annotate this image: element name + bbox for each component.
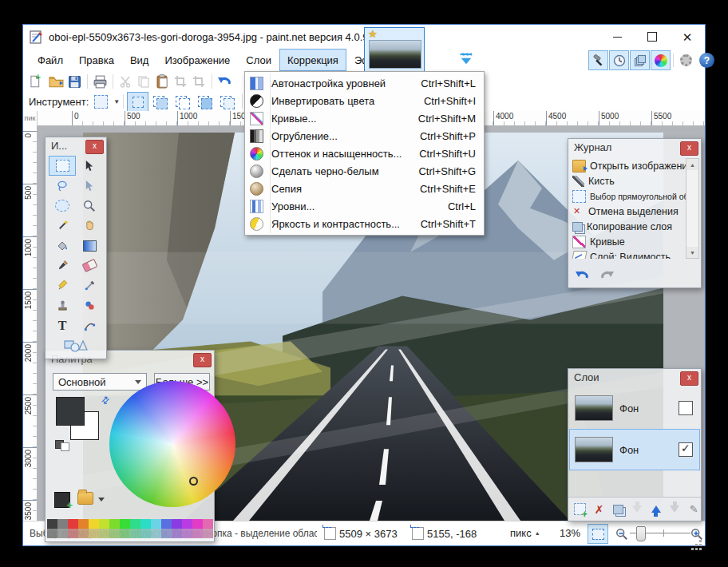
duplicate-layer-button[interactable]	[611, 502, 625, 517]
palette-swatch[interactable]	[47, 529, 57, 538]
palette-swatch[interactable]	[130, 529, 140, 538]
paste-button[interactable]	[153, 73, 171, 90]
palette-swatch[interactable]	[47, 519, 57, 529]
layer-properties-button[interactable]: ✎	[686, 502, 701, 517]
palette-swatch[interactable]	[68, 519, 78, 529]
menu-item[interactable]: Вид	[122, 49, 157, 71]
palette-swatch[interactable]	[151, 529, 161, 538]
history-item[interactable]: Копирование слоя	[571, 219, 686, 234]
zoom-out-button[interactable]	[611, 524, 632, 544]
adjustments-menu-item[interactable]: Огрубление... Ctrl+Shift+P	[245, 127, 484, 145]
tool-line-curve[interactable]	[76, 315, 103, 335]
palette-swatch[interactable]	[192, 519, 203, 529]
palette-swatch[interactable]	[99, 519, 109, 529]
zoom-to-fit-button[interactable]	[588, 524, 608, 544]
copy-button[interactable]	[135, 73, 152, 90]
palette-swatch[interactable]	[78, 519, 89, 529]
colors-panel-close-button[interactable]: x	[193, 353, 212, 367]
color-mode-dropdown[interactable]: Основной	[53, 373, 147, 391]
history-window-toggle[interactable]	[609, 50, 629, 70]
palette-swatch[interactable]	[57, 529, 68, 538]
adjustments-menu-item[interactable]: Инвертировать цвета Ctrl+Shift+I	[245, 92, 484, 109]
history-scrollbar[interactable]: ▲ ▼	[686, 158, 699, 259]
palette-swatch[interactable]	[89, 519, 99, 529]
add-color-button[interactable]: +	[54, 492, 70, 508]
palette-swatch[interactable]	[120, 529, 130, 538]
selection-mode-intersect[interactable]	[194, 92, 216, 112]
layers-window-toggle[interactable]	[630, 50, 650, 70]
history-item[interactable]: Слой: Видимость	[571, 249, 686, 259]
open-file-button[interactable]	[47, 73, 65, 90]
palettes-folder-button[interactable]	[77, 492, 93, 505]
tool-magic-wand[interactable]	[49, 216, 76, 236]
layer-row[interactable]: Фон	[569, 429, 700, 470]
palette-swatch[interactable]	[99, 529, 109, 538]
scroll-down-icon[interactable]: ▼	[686, 247, 698, 258]
tool-shapes[interactable]	[49, 335, 103, 355]
tool-move-selection[interactable]	[76, 176, 103, 196]
history-undo-button[interactable]	[573, 268, 591, 283]
history-item[interactable]: Открыть изображение	[571, 158, 686, 173]
undo-button[interactable]	[216, 73, 233, 90]
tool-ellipse-select[interactable]	[49, 196, 76, 216]
history-item[interactable]: Выбор прямоугольной области	[571, 188, 686, 204]
cut-button[interactable]	[117, 73, 134, 90]
close-button[interactable]: ✕	[670, 25, 705, 49]
move-layer-down-button[interactable]	[668, 502, 682, 517]
unit-selector[interactable]: пикс ▲	[510, 527, 540, 539]
tool-pan[interactable]	[76, 216, 103, 236]
adjustments-menu-item[interactable]: Автонастройка уровней Ctrl+Shift+L	[245, 74, 484, 92]
merge-layer-down-button[interactable]	[630, 502, 644, 517]
mini-swatch-pair[interactable]	[55, 440, 69, 451]
adjustments-menu-item[interactable]: Сепия Ctrl+Shift+E	[245, 180, 484, 197]
tool-move-selected-pixels[interactable]	[76, 156, 103, 176]
palette-swatch[interactable]	[172, 519, 182, 529]
selection-mode-subtract[interactable]	[172, 92, 193, 112]
color-wheel-selector[interactable]	[189, 477, 198, 486]
palette-swatch[interactable]	[161, 529, 172, 538]
tool-text[interactable]: T	[49, 315, 76, 335]
move-layer-up-button[interactable]	[649, 502, 663, 517]
chevron-down-icon[interactable]: ▼	[113, 98, 120, 105]
adjustments-menu-item[interactable]: Яркость и контрастность... Ctrl+Shift+T	[245, 215, 484, 232]
palette-swatch[interactable]	[203, 529, 213, 538]
tool-recolor[interactable]	[76, 295, 103, 315]
tool-paint-bucket[interactable]	[49, 236, 76, 256]
palette-swatch[interactable]	[57, 519, 68, 529]
colors-window-toggle[interactable]	[651, 50, 671, 70]
tool-color-picker[interactable]	[76, 276, 103, 295]
palette-swatch[interactable]	[203, 519, 213, 529]
adjustments-menu-item[interactable]: Сделать черно-белым Ctrl+Shift+G	[245, 162, 484, 180]
image-tab[interactable]: ★	[364, 27, 425, 72]
primary-color-swatch[interactable]	[56, 397, 85, 426]
current-tool-dropdown[interactable]	[92, 93, 109, 110]
crop-button[interactable]	[172, 73, 189, 90]
palette-swatch[interactable]	[68, 529, 78, 538]
deselect-button[interactable]	[190, 73, 208, 90]
selection-mode-add[interactable]	[149, 92, 171, 112]
swap-colors-icon[interactable]: ⇄	[99, 393, 113, 406]
tool-zoom[interactable]	[76, 196, 103, 216]
menu-item[interactable]: Изображение	[156, 49, 238, 71]
palette-swatch[interactable]	[140, 519, 151, 529]
adjustments-menu-item[interactable]: Кривые... Ctrl+Shift+M	[245, 109, 484, 127]
tool-paintbrush[interactable]	[49, 256, 76, 276]
palette-swatch[interactable]	[172, 529, 182, 538]
tool-rectangle-select[interactable]	[49, 156, 76, 176]
palette-swatch[interactable]	[109, 529, 120, 538]
tool-lasso-select[interactable]	[49, 176, 76, 196]
history-item[interactable]: Кисть	[571, 173, 686, 188]
menu-item[interactable]: Правка	[71, 49, 122, 71]
history-panel-close-button[interactable]: x	[680, 141, 698, 156]
layer-row[interactable]: Фон	[569, 387, 700, 429]
maximize-button[interactable]	[635, 25, 670, 49]
palette-swatch[interactable]	[78, 529, 89, 538]
minimize-button[interactable]	[599, 25, 635, 49]
menu-item[interactable]: Слои	[238, 49, 279, 71]
palette-swatch[interactable]	[182, 529, 192, 538]
palettes-caret-icon[interactable]	[98, 498, 105, 502]
palette-swatch[interactable]	[192, 529, 203, 538]
adjustments-menu-item[interactable]: Оттенок и насыщенность... Ctrl+Shift+U	[245, 145, 484, 162]
print-button[interactable]	[91, 73, 109, 90]
adjustments-menu-item[interactable]: Уровни... Ctrl+L	[245, 197, 484, 215]
